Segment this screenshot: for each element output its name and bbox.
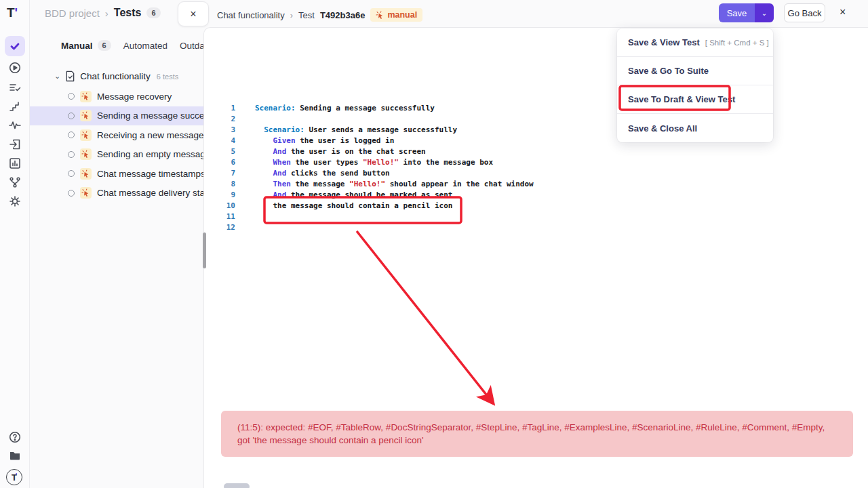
sidebar-item-tests-active[interactable] xyxy=(5,36,25,56)
line-number: 6 xyxy=(224,157,235,168)
steps-icon[interactable] xyxy=(8,100,22,113)
chevron-down-icon: ⌄ xyxy=(762,9,767,17)
gherkin-parse-error: (11:5): expected: #EOF, #TableRow, #DocS… xyxy=(221,411,853,457)
code-line-10[interactable]: 10 the message should contain a pencil i… xyxy=(224,201,848,211)
chart-icon[interactable] xyxy=(8,157,22,170)
breadcrumb-test-label: Test xyxy=(298,10,315,20)
line-number: 10 xyxy=(224,201,235,211)
close-icon: × xyxy=(190,8,196,20)
header-breadcrumb: Chat functionality › Test T492b3a6e manu… xyxy=(217,8,422,22)
breadcrumb-separator: › xyxy=(290,10,293,20)
app-screen: T' T' BDD project › Tests 6 × Manual 6 A… xyxy=(0,0,868,488)
breadcrumb-suite[interactable]: Chat functionality xyxy=(217,10,285,20)
error-line-2: got 'the message should contain a pencil… xyxy=(237,434,837,447)
line-number: 8 xyxy=(224,179,235,190)
menu-item-save-view-test[interactable]: Save & View Test[ Shift + Cmd + S ] xyxy=(617,28,773,57)
close-tab-button[interactable]: × xyxy=(178,1,209,26)
line-number: 1 xyxy=(224,103,235,114)
save-button[interactable]: Save xyxy=(719,3,755,22)
line-number: 4 xyxy=(224,136,235,146)
branch-icon[interactable] xyxy=(8,176,22,189)
left-icon-rail: T' T' xyxy=(0,0,30,488)
import-icon[interactable] xyxy=(8,138,22,151)
error-line-1: (11:5): expected: #EOF, #TableRow, #DocS… xyxy=(237,421,837,434)
menu-item-save-close-all[interactable]: Save & Close All xyxy=(617,114,773,142)
code-line-6[interactable]: 6 When the user types "Hello!" into the … xyxy=(224,157,848,168)
activity-icon[interactable] xyxy=(8,119,22,132)
code-line-8[interactable]: 8 Then the message "Hello!" should appea… xyxy=(224,179,848,190)
tree-scrollbar-thumb[interactable] xyxy=(203,232,206,268)
code-line-7[interactable]: 7 And clicks the send button xyxy=(224,168,848,179)
shortcut-hint: [ Shift + Cmd + S ] xyxy=(705,39,769,47)
save-options-menu: Save & View Test[ Shift + Cmd + S ]Save … xyxy=(617,28,773,142)
save-options-caret[interactable]: ⌄ xyxy=(755,3,774,22)
close-editor-icon[interactable]: × xyxy=(840,6,846,18)
app-logo[interactable]: T' xyxy=(7,5,23,22)
line-number: 11 xyxy=(224,211,235,222)
line-number: 12 xyxy=(224,222,235,233)
line-number: 7 xyxy=(224,168,235,179)
line-number: 3 xyxy=(224,125,235,136)
cursor-rays-icon xyxy=(376,11,384,20)
code-line-11[interactable]: 11 xyxy=(224,211,848,222)
folder-icon[interactable] xyxy=(8,449,22,462)
go-back-button[interactable]: Go Back xyxy=(784,3,825,22)
play-circle-icon[interactable] xyxy=(8,61,22,75)
gear-icon[interactable] xyxy=(8,195,22,208)
test-id: T492b3a6e xyxy=(320,10,366,20)
line-number: 9 xyxy=(224,190,235,201)
scroll-handle[interactable] xyxy=(224,483,250,488)
manual-state-badge: manual xyxy=(370,8,422,22)
test-explorer-panel xyxy=(30,0,203,488)
save-split-button: Save ⌄ xyxy=(719,3,774,22)
code-line-5[interactable]: 5 And the user is on the chat screen xyxy=(224,146,848,157)
code-line-9[interactable]: 9 And the message should be marked as se… xyxy=(224,190,848,201)
code-line-12[interactable]: 12 xyxy=(224,222,848,233)
line-number: 2 xyxy=(224,114,235,125)
list-check-icon[interactable] xyxy=(8,81,22,94)
line-number: 5 xyxy=(224,146,235,157)
check-icon xyxy=(8,39,22,53)
menu-item-save-go-to-suite[interactable]: Save & Go To Suite xyxy=(617,57,773,85)
help-icon[interactable] xyxy=(8,430,22,444)
user-avatar[interactable]: T' xyxy=(6,469,22,485)
menu-item-save-to-draft-view-test[interactable]: Save To Draft & View Test xyxy=(617,85,773,114)
